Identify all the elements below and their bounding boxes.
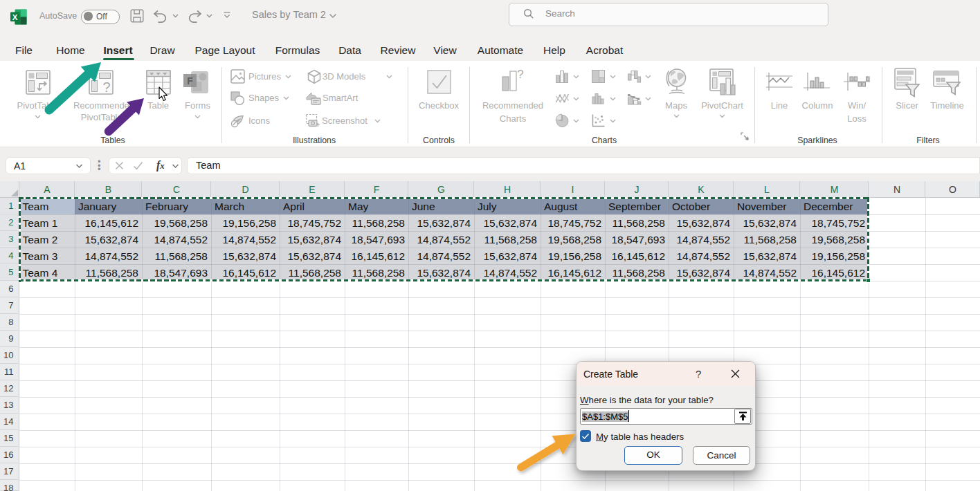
svg-text:F: F — [187, 75, 193, 86]
svg-text:?: ? — [517, 68, 523, 81]
svg-text:?: ? — [102, 80, 110, 95]
svg-text:X: X — [12, 13, 18, 21]
